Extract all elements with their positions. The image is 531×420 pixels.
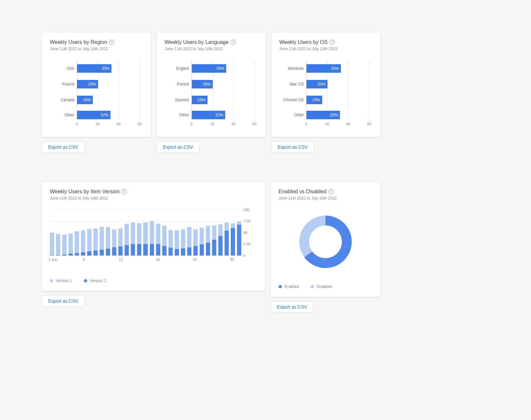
card-version: Weekly Users by Item Version June 11th 2… [42, 182, 265, 291]
chart-bar: 15% [192, 96, 207, 104]
card-title-language: Weekly Users by Language [165, 39, 258, 45]
chart-value-label: 33% [102, 66, 109, 71]
export-csv-button[interactable]: Export as CSV [157, 142, 199, 153]
chart-bar [237, 221, 241, 256]
axis-tick: 5K [243, 231, 247, 235]
chart-bar [193, 229, 198, 256]
chart-bar: 15% [306, 96, 322, 104]
chart-bar [143, 222, 148, 256]
chart-bar [187, 227, 191, 256]
axis-tick: 0 [243, 254, 245, 258]
chart-bar [112, 229, 116, 256]
chart-category-label: Other [50, 113, 74, 117]
help-icon[interactable] [109, 40, 114, 45]
axis-tick: 12 [119, 258, 123, 261]
chart-value-label: 20% [88, 82, 96, 86]
card-subtitle: June 11th 2022 to July 10th 2022 [50, 196, 257, 200]
axis-tick: 60 [367, 122, 371, 126]
axis-tick: 60 [252, 122, 256, 126]
axis-tick: 40 [231, 122, 235, 126]
chart-category-label: Other [280, 113, 304, 117]
chart-bar [218, 224, 223, 256]
chart-value-label: 20% [203, 82, 211, 86]
chart-value-label: 33% [216, 66, 224, 71]
chart-value-label: 15% [198, 98, 206, 102]
chart-bar: 32% [192, 111, 225, 119]
legend-version: Version 1 Version 2 [50, 278, 257, 283]
axis-tick: 30 [230, 258, 234, 261]
swatch-icon [84, 279, 87, 282]
export-csv-button[interactable]: Export as CSV [271, 301, 313, 313]
card-subtitle: June 11th 2022 to July 10th 2022 [279, 196, 372, 200]
chart-bar [50, 233, 54, 256]
chart-category-label: Chrome OS [280, 98, 304, 102]
legend-item-enabled: Enabled [279, 284, 299, 289]
chart-bar [106, 227, 110, 256]
chart-category-label: Canada [50, 98, 74, 102]
chart-bar [87, 229, 91, 256]
swatch-icon [279, 285, 282, 288]
help-icon[interactable] [329, 40, 335, 45]
chart-bar [175, 230, 179, 256]
help-icon[interactable] [230, 40, 236, 45]
card-subtitle: June 11th 2022 to July 10th 2022 [165, 47, 258, 51]
axis-tick: 0 [76, 122, 78, 126]
chart-bar [206, 226, 210, 256]
card-subtitle: June 11th 2022 to July 10th 2022 [279, 47, 372, 51]
chart-category-label: Windows [280, 66, 304, 71]
axis-tick: 0 [305, 122, 307, 126]
card-title-version: Weekly Users by Item Version [50, 189, 257, 195]
help-icon[interactable] [122, 189, 127, 194]
chart-category-label: French [165, 82, 189, 86]
chart-bar: 33% [192, 64, 226, 73]
card-subtitle: June 11th 2022 to July 10th 2022 [50, 47, 143, 51]
axis-tick: 20 [96, 122, 100, 126]
chart-bar [212, 225, 216, 256]
chart-category-label: English [165, 66, 189, 71]
row-large-cards: Weekly Users by Item Version June 11th 2… [42, 182, 489, 313]
chart-value-label: 15% [83, 98, 91, 102]
chart-bar [156, 224, 160, 256]
chart-value-label: 20% [318, 82, 325, 86]
chart-bar [225, 222, 229, 256]
chart-bar [168, 230, 173, 256]
chart-enabled [279, 210, 372, 278]
axis-tick: 20 [210, 122, 214, 126]
axis-tick: 7.5K [243, 219, 251, 223]
export-csv-button[interactable]: Export as CSV [42, 296, 85, 307]
card-os: Weekly Users by OS June 11th 2022 to Jul… [271, 33, 380, 137]
legend-item-v1: Version 1 [50, 278, 72, 283]
card-title-enabled: Enabled vs Disabled [279, 189, 372, 195]
chart-bar [137, 223, 141, 256]
chart-bar: 32% [306, 111, 340, 119]
axis-tick: 2.5K [243, 242, 251, 246]
chart-bar: 20% [192, 80, 213, 88]
chart-bar: 33% [77, 64, 111, 73]
card-region: Weekly Users by Region June 11th 2022 to… [42, 33, 151, 137]
chart-bar [125, 224, 129, 256]
chart-category-label: Other [165, 113, 189, 117]
chart-bar [181, 229, 185, 256]
chart-category-label: USA [50, 66, 74, 71]
donut-slice [299, 216, 325, 257]
chart-value-label: 32% [101, 113, 108, 117]
card-language: Weekly Users by Language June 11th 2022 … [157, 33, 266, 137]
chart-bar [93, 228, 98, 256]
export-csv-button[interactable]: Export as CSV [42, 142, 85, 153]
card-title-region: Weekly Users by Region [50, 39, 143, 45]
help-icon[interactable] [328, 189, 334, 194]
chart-value-label: 32% [215, 113, 223, 117]
chart-bar: 20% [77, 80, 98, 88]
chart-category-label: Spanish [165, 98, 189, 102]
chart-value-label: 15% [312, 98, 320, 102]
axis-tick: 6 [83, 258, 85, 261]
chart-region: USA33%France20%Canada15%Other32%0204060 [50, 60, 143, 129]
chart-bar [200, 228, 204, 256]
axis-tick: 1 Jun [49, 258, 57, 261]
chart-bar: 33% [306, 64, 341, 73]
chart-bar [131, 222, 135, 256]
chart-bar [62, 235, 67, 256]
export-csv-button[interactable]: Export as CSV [271, 142, 314, 153]
chart-category-label: Mac OS [280, 82, 304, 86]
legend-item-disabled: Disabled [311, 284, 332, 289]
